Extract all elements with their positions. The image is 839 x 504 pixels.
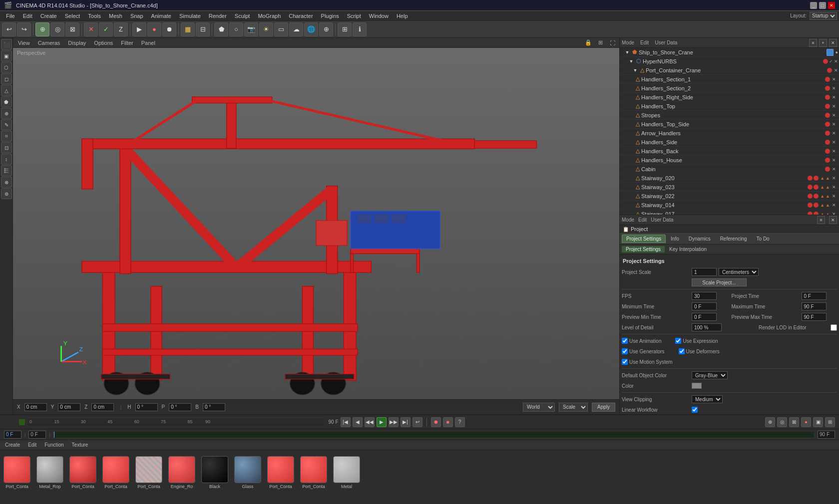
- play-button[interactable]: ▶: [377, 417, 387, 427]
- vp-cameras-menu[interactable]: Cameras: [36, 39, 62, 46]
- obj-row-ship[interactable]: ▼ ⬟ Ship_to_Shore_Crane ●: [620, 48, 839, 57]
- lod-input[interactable]: [692, 323, 722, 331]
- use-expression-checkbox[interactable]: [675, 338, 681, 344]
- null-btn[interactable]: ○: [229, 22, 243, 36]
- mat-item-9[interactable]: Port_Conta: [299, 456, 329, 489]
- mat-item-6[interactable]: Black: [200, 456, 230, 489]
- obj-row-handlers_back[interactable]: △ Handlers_Back ✕: [620, 147, 839, 156]
- menu-sculpt[interactable]: Sculpt: [231, 12, 254, 20]
- vp-filter-menu[interactable]: Filter: [119, 39, 135, 46]
- tab-todo[interactable]: To Do: [752, 235, 774, 243]
- current-frame-input[interactable]: [4, 431, 21, 439]
- left-tool-3[interactable]: ⬡: [1, 62, 12, 73]
- left-tool-8[interactable]: ✎: [1, 119, 12, 130]
- render-lod-checkbox[interactable]: [831, 324, 837, 331]
- transform-x-input[interactable]: [24, 403, 47, 411]
- menu-script[interactable]: Script: [343, 12, 365, 20]
- menu-mesh[interactable]: Mesh: [105, 12, 126, 20]
- mat-function-menu[interactable]: Function: [42, 442, 65, 448]
- prev-play-button[interactable]: ◀◀: [365, 417, 375, 427]
- obj-x-nurbs[interactable]: ✕: [834, 59, 838, 64]
- preview-min-input[interactable]: [692, 313, 717, 321]
- mat-item-10[interactable]: Metal: [332, 456, 362, 489]
- floor-btn[interactable]: ▭: [274, 22, 288, 36]
- keyframe-mode-btn[interactable]: ⊕: [765, 417, 775, 427]
- obj-row-stairway_023[interactable]: △ Stairway_023 ▲▲ ✕: [620, 183, 839, 192]
- object-btn[interactable]: ⬟: [214, 22, 228, 36]
- render-view-btn[interactable]: ⊟: [196, 22, 210, 36]
- sky-btn[interactable]: ☁: [289, 22, 303, 36]
- obj-row-handlers_section_2[interactable]: △ Handlers_Section_2 ✕: [620, 84, 839, 93]
- redo-button[interactable]: ↪: [17, 22, 31, 36]
- left-tool-5[interactable]: △: [1, 85, 12, 96]
- menu-snap[interactable]: Snap: [126, 12, 147, 20]
- rotate-tool[interactable]: ◎: [50, 22, 64, 36]
- goto-end-button[interactable]: ▶|: [401, 417, 411, 427]
- obj-row-stropes[interactable]: △ Stropes ✕: [620, 111, 839, 120]
- view-clipping-select[interactable]: MediumLowHigh: [692, 395, 723, 403]
- tab-info[interactable]: Info: [666, 235, 684, 243]
- min-time-input[interactable]: [692, 302, 717, 310]
- obj-row-stairway_022[interactable]: △ Stairway_022 ▲▲ ✕: [620, 192, 839, 201]
- record-btn[interactable]: ●: [147, 22, 161, 36]
- vp-grid-icon[interactable]: ⊞: [596, 39, 604, 47]
- frame-end-input[interactable]: [818, 431, 835, 439]
- light-btn[interactable]: ☀: [259, 22, 273, 36]
- use-generators-checkbox[interactable]: [622, 348, 628, 354]
- motion-clip-btn[interactable]: ▣: [813, 417, 823, 427]
- objects-add-btn[interactable]: +: [819, 39, 827, 47]
- obj-row-handlers_right_side[interactable]: △ Handlers_Right_Side ✕: [620, 93, 839, 102]
- move-tool[interactable]: ⊕: [35, 22, 49, 36]
- vp-lock-icon[interactable]: 🔒: [584, 39, 592, 47]
- info-btn[interactable]: ℹ: [353, 22, 367, 36]
- object-mode[interactable]: ✓: [99, 22, 113, 36]
- obj-x-crane[interactable]: ✕: [834, 68, 838, 73]
- menu-create[interactable]: Create: [36, 12, 61, 20]
- left-tool-13[interactable]: ⊗: [1, 177, 12, 188]
- undo-button[interactable]: ↩: [2, 22, 16, 36]
- tab-referencing[interactable]: Referencing: [716, 235, 752, 243]
- mat-item-1[interactable]: Metal_Rop: [35, 456, 65, 489]
- model-mode[interactable]: ✕: [84, 22, 98, 36]
- layout-select[interactable]: Startup: [810, 12, 837, 20]
- viewport-3d[interactable]: Z X Y Perspective: [13, 48, 619, 399]
- vp-fullscreen-icon[interactable]: ⛶: [608, 39, 616, 47]
- vp-options-menu[interactable]: Options: [92, 39, 115, 46]
- next-play-button[interactable]: ▶▶: [389, 417, 399, 427]
- obj-row-handlers_top[interactable]: △ Handlers_Top ✕: [620, 102, 839, 111]
- left-tool-12[interactable]: ⬱: [1, 165, 12, 176]
- menu-help[interactable]: Help: [393, 12, 412, 20]
- stop-button[interactable]: ■: [443, 417, 453, 427]
- left-tool-1[interactable]: ⬛: [1, 39, 12, 50]
- minimize-button[interactable]: _: [810, 2, 817, 9]
- props-menu-btn[interactable]: ≡: [817, 216, 825, 224]
- vp-display-menu[interactable]: Display: [66, 39, 88, 46]
- menu-tools[interactable]: Tools: [84, 12, 105, 20]
- menu-mograph[interactable]: MoGraph: [254, 12, 285, 20]
- menu-animate[interactable]: Animate: [147, 12, 175, 20]
- menu-edit[interactable]: Edit: [19, 12, 36, 20]
- left-tool-2[interactable]: ▣: [1, 50, 12, 61]
- obj-row-cabin[interactable]: △ Cabin ✕: [620, 165, 839, 174]
- obj-row-stairway_020[interactable]: △ Stairway_020 ▲▲ ✕: [620, 174, 839, 183]
- scale-tool[interactable]: ⊠: [65, 22, 79, 36]
- menu-file[interactable]: File: [2, 12, 19, 20]
- left-tool-4[interactable]: ◻: [1, 73, 12, 84]
- goto-start-button[interactable]: |◀: [341, 417, 351, 427]
- left-tool-11[interactable]: ↕: [1, 154, 12, 165]
- vp-panel-menu[interactable]: Panel: [139, 39, 157, 46]
- transform-b-input[interactable]: [203, 403, 225, 411]
- left-tool-7[interactable]: ⊕: [1, 108, 12, 119]
- coord-system-select[interactable]: World Object Camera: [523, 403, 555, 412]
- use-motion-checkbox[interactable]: [622, 359, 628, 365]
- camera-btn[interactable]: 📷: [244, 22, 258, 36]
- menu-simulate[interactable]: Simulate: [175, 12, 205, 20]
- subtab-project-settings[interactable]: Project Settings: [622, 246, 665, 252]
- preview-max-input[interactable]: [802, 313, 827, 321]
- mat-edit-menu[interactable]: Edit: [26, 442, 38, 448]
- timeline-scrub-bar[interactable]: [53, 431, 815, 438]
- anim-btn[interactable]: ⏺: [162, 22, 176, 36]
- menu-render[interactable]: Render: [205, 12, 231, 20]
- mat-create-menu[interactable]: Create: [3, 442, 22, 448]
- fps-input[interactable]: [692, 292, 717, 300]
